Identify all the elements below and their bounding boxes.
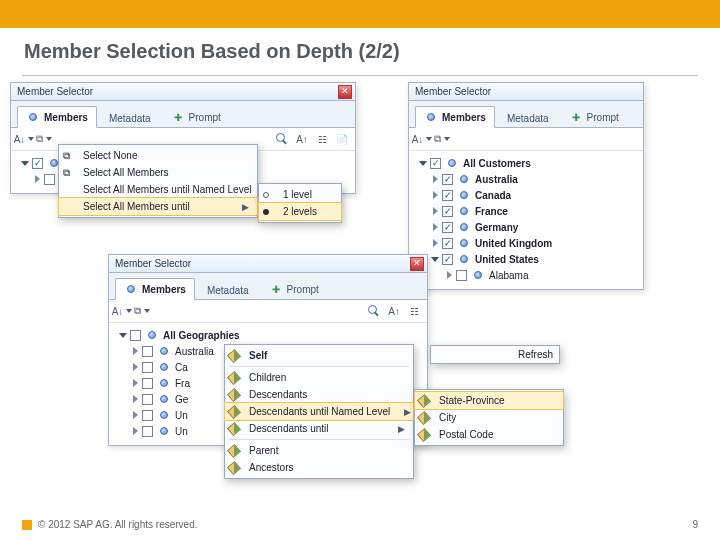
tree-item-label: France [475, 206, 508, 217]
level-submenu: 1 level 2 levels [258, 183, 342, 223]
pencil-icon [227, 348, 241, 362]
pencil-icon [227, 443, 241, 457]
hierarchy-icon[interactable]: ☷ [407, 304, 421, 318]
checkbox[interactable] [142, 410, 153, 421]
checkbox[interactable] [442, 206, 453, 217]
filter-icon[interactable]: ⧉ [435, 132, 449, 146]
checkbox[interactable] [442, 238, 453, 249]
tab-metadata[interactable]: Metadata [101, 110, 159, 127]
checkbox[interactable] [32, 158, 43, 169]
checkbox[interactable] [142, 346, 153, 357]
sort-icon[interactable]: A↓ [115, 304, 129, 318]
expand-toggle[interactable] [133, 395, 138, 403]
checkbox[interactable] [442, 254, 453, 265]
expand-toggle[interactable] [35, 175, 40, 183]
tree-item-label: Fra [175, 378, 190, 389]
submenu-item-1-level[interactable]: 1 level [259, 186, 341, 203]
expand-toggle[interactable] [433, 191, 438, 199]
filter-icon[interactable]: ⧉ [37, 132, 51, 146]
menu-item-descendants-until[interactable]: Descendants until▶ [225, 420, 413, 437]
panel-title: Member Selector [17, 86, 93, 97]
close-icon[interactable]: ✕ [338, 85, 352, 99]
expand-toggle[interactable] [133, 347, 138, 355]
expand-toggle[interactable] [419, 161, 427, 166]
filter-icon[interactable]: ⧉ [135, 304, 149, 318]
menu-item-children[interactable]: Children [225, 369, 413, 386]
submenu-label: 1 level [283, 189, 312, 200]
named-level-submenu: State-Province City Postal Code [414, 389, 564, 446]
expand-toggle[interactable] [133, 363, 138, 371]
submenu-item-postal-code[interactable]: Postal Code [415, 426, 563, 443]
submenu-item-state-province[interactable]: State-Province [415, 392, 563, 409]
select-menu: ⧉Select None ⧉Select All Members Select … [58, 144, 258, 218]
menu-item-self[interactable]: Self [225, 347, 413, 364]
tab-metadata[interactable]: Metadata [499, 110, 557, 127]
tab-label: Metadata [507, 113, 549, 124]
tab-metadata[interactable]: Metadata [199, 282, 257, 299]
menu-item-select-all[interactable]: ⧉Select All Members [59, 164, 257, 181]
submenu-item-2-levels[interactable]: 2 levels [259, 203, 341, 220]
expand-toggle[interactable] [433, 239, 438, 247]
expand-toggle[interactable] [21, 161, 29, 166]
expand-toggle[interactable] [119, 333, 127, 338]
tab-label: Prompt [287, 284, 319, 295]
checkbox[interactable] [442, 190, 453, 201]
tab-prompt[interactable]: ✚Prompt [261, 279, 327, 299]
menu-item-label: Select All Members until [83, 201, 190, 212]
panel-c-tabs: Members Metadata ✚Prompt [109, 273, 427, 300]
tab-prompt[interactable]: ✚Prompt [561, 107, 627, 127]
sort-asc-icon[interactable]: A↑ [387, 304, 401, 318]
sort-asc-icon[interactable]: A↑ [295, 132, 309, 146]
tab-members[interactable]: Members [115, 278, 195, 300]
menu-item-label: Children [249, 372, 286, 383]
sort-icon[interactable]: A↓ [17, 132, 31, 146]
checkbox[interactable] [430, 158, 441, 169]
pencil-icon [227, 387, 241, 401]
expand-toggle[interactable] [433, 223, 438, 231]
submenu-item-city[interactable]: City [415, 409, 563, 426]
hierarchy-icon[interactable]: ☷ [315, 132, 329, 146]
menu-item-descendants-until-level[interactable]: Descendants until Named Level▶ [225, 403, 413, 420]
checkbox[interactable] [44, 174, 55, 185]
page-icon[interactable]: 📄 [335, 132, 349, 146]
radio-selected-icon [263, 209, 269, 215]
expand-toggle[interactable] [433, 175, 438, 183]
checkbox[interactable] [142, 362, 153, 373]
checkbox[interactable] [142, 394, 153, 405]
menu-item-select-until-level[interactable]: Select All Members until Named Level▶ [59, 181, 257, 198]
expand-toggle[interactable] [133, 379, 138, 387]
menu-item-select-until[interactable]: Select All Members until▶ [59, 198, 257, 215]
checkbox[interactable] [442, 222, 453, 233]
sort-icon[interactable]: A↓ [415, 132, 429, 146]
checkbox[interactable] [456, 270, 467, 281]
refresh-button[interactable]: Refresh [431, 346, 559, 363]
menu-item-label: Self [249, 350, 267, 361]
expand-toggle[interactable] [133, 411, 138, 419]
menu-item-label: Parent [249, 445, 278, 456]
search-icon[interactable] [367, 304, 381, 318]
checkbox[interactable] [142, 378, 153, 389]
panel-title: Member Selector [415, 86, 491, 97]
menu-item-select-none[interactable]: ⧉Select None [59, 147, 257, 164]
tab-label: Metadata [207, 285, 249, 296]
close-icon[interactable]: ✕ [410, 257, 424, 271]
checkbox[interactable] [442, 174, 453, 185]
tab-label: Members [142, 284, 186, 295]
checkbox[interactable] [130, 330, 141, 341]
panel-b-tree: All Customers AustraliaCanadaFranceGerma… [409, 151, 643, 289]
menu-item-ancestors[interactable]: Ancestors [225, 459, 413, 476]
menu-item-parent[interactable]: Parent [225, 442, 413, 459]
menu-item-label: Descendants until [249, 423, 329, 434]
tab-members[interactable]: Members [17, 106, 97, 128]
expand-toggle[interactable] [433, 207, 438, 215]
tab-prompt[interactable]: ✚Prompt [163, 107, 229, 127]
tab-label: Members [442, 112, 486, 123]
tab-members[interactable]: Members [415, 106, 495, 128]
checkbox[interactable] [142, 426, 153, 437]
expand-toggle[interactable] [447, 271, 452, 279]
menu-item-label: Select None [83, 150, 137, 161]
menu-item-descendants[interactable]: Descendants [225, 386, 413, 403]
expand-toggle[interactable] [431, 257, 439, 262]
search-icon[interactable] [275, 132, 289, 146]
expand-toggle[interactable] [133, 427, 138, 435]
